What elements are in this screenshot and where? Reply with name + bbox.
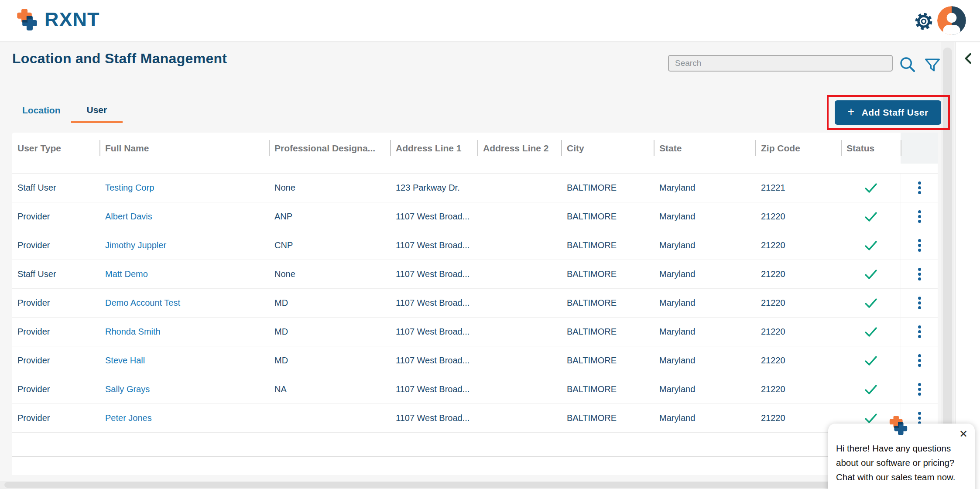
tab-location[interactable]: Location (12, 99, 71, 123)
cell-zip-code: 21220 (755, 318, 841, 346)
column-header-status[interactable]: Status (841, 133, 901, 164)
cell-address-line-1: 123 Parkway Dr. (390, 174, 477, 202)
tab-bar: Location User (12, 99, 123, 123)
table-row: Staff User Matt Demo None 1107 West Broa… (12, 260, 938, 288)
kebab-dot (918, 354, 921, 357)
cell-full-name-link[interactable]: Demo Account Test (99, 289, 269, 317)
cell-full-name-link[interactable]: Matt Demo (99, 260, 269, 288)
cell-full-name-link[interactable]: Rhonda Smith (99, 318, 269, 346)
cell-zip-code: 21220 (755, 260, 841, 288)
status-check-icon (864, 181, 878, 195)
cell-zip-code: 21220 (755, 346, 841, 375)
kebab-dot (918, 383, 921, 386)
status-check-icon (864, 411, 878, 425)
kebab-dot (918, 388, 921, 391)
cell-actions (901, 202, 938, 231)
table-row: Provider Steve Hall MD 1107 West Broad..… (12, 346, 938, 375)
plus-icon: + (847, 105, 854, 119)
cell-full-name-link[interactable]: Jimothy Juppler (99, 231, 269, 260)
column-header-zip-code[interactable]: Zip Code (755, 133, 841, 164)
cell-professional-designation: None (269, 174, 390, 202)
cell-actions (901, 289, 938, 317)
row-actions-menu-button[interactable] (915, 293, 925, 313)
kebab-dot (918, 268, 921, 271)
collapsed-side-panel (956, 42, 980, 489)
add-staff-user-button[interactable]: + Add Staff User (835, 100, 941, 125)
search-button[interactable] (899, 56, 916, 73)
cell-user-type: Provider (12, 231, 99, 260)
kebab-dot (918, 359, 921, 362)
cell-full-name-link[interactable]: Steve Hall (99, 346, 269, 375)
cell-full-name-link[interactable]: Sally Grays (99, 375, 269, 404)
kebab-dot (918, 325, 921, 328)
cell-address-line-2 (477, 260, 561, 288)
cell-user-type: Staff User (12, 260, 99, 288)
cell-professional-designation (269, 404, 390, 432)
cell-status (841, 375, 901, 404)
status-check-icon (864, 239, 878, 253)
settings-button[interactable] (914, 11, 934, 31)
chevron-left-icon (962, 52, 975, 65)
cell-status (841, 346, 901, 375)
column-header-city[interactable]: City (561, 133, 654, 164)
horizontal-scrollbar-thumb[interactable] (4, 482, 947, 488)
search-input[interactable] (668, 55, 893, 72)
cell-zip-code: 21220 (755, 375, 841, 404)
column-header-state[interactable]: State (654, 133, 755, 164)
status-check-icon (864, 354, 878, 368)
staff-user-table: User Type Full Name Professional Designa… (12, 133, 938, 457)
filter-button[interactable] (924, 57, 941, 73)
row-actions-menu-button[interactable] (915, 178, 925, 198)
kebab-dot (918, 364, 921, 367)
column-header-address-line-1[interactable]: Address Line 1 (390, 133, 477, 164)
column-header-address-line-2[interactable]: Address Line 2 (477, 133, 561, 164)
kebab-dot (918, 244, 921, 247)
row-actions-menu-button[interactable] (915, 264, 925, 284)
cell-state: Maryland (654, 346, 755, 375)
kebab-dot (918, 220, 921, 223)
collapse-panel-button[interactable] (962, 52, 976, 66)
tab-user[interactable]: User (71, 99, 123, 123)
row-actions-menu-button[interactable] (915, 380, 925, 399)
cell-address-line-2 (477, 289, 561, 317)
kebab-dot (918, 210, 921, 213)
row-actions-menu-button[interactable] (915, 322, 925, 342)
cell-full-name-link[interactable]: Testing Corp (99, 174, 269, 202)
table-row: Provider Demo Account Test MD 1107 West … (12, 288, 938, 317)
chat-close-button[interactable]: ✕ (957, 426, 970, 442)
table-row: Provider Rhonda Smith MD 1107 West Broad… (12, 317, 938, 346)
cell-city: BALTIMORE (561, 260, 654, 288)
cell-professional-designation: ANP (269, 202, 390, 231)
column-header-full-name[interactable]: Full Name (99, 133, 269, 164)
column-header-user-type[interactable]: User Type (12, 133, 99, 164)
cell-address-line-1: 1107 West Broad... (390, 346, 477, 375)
cell-professional-designation: MD (269, 289, 390, 317)
cell-actions (901, 346, 938, 375)
kebab-dot (918, 335, 921, 338)
cell-zip-code: 21220 (755, 289, 841, 317)
cell-address-line-2 (477, 231, 561, 260)
vertical-scrollbar-thumb[interactable] (943, 48, 952, 473)
cell-actions (901, 260, 938, 288)
status-check-icon (864, 325, 878, 339)
cell-actions (901, 375, 938, 404)
status-check-icon (864, 210, 878, 224)
cell-actions (901, 174, 938, 202)
column-header-professional-designation[interactable]: Professional Designa... (269, 133, 390, 164)
filter-icon (924, 57, 941, 73)
table-row: Provider Albert Davis ANP 1107 West Broa… (12, 202, 938, 231)
cell-full-name-link[interactable]: Peter Jones (99, 404, 269, 432)
cell-full-name-link[interactable]: Albert Davis (99, 202, 269, 231)
brand-logo[interactable]: RXNT (15, 8, 100, 31)
table-row: Staff User Testing Corp None 123 Parkway… (12, 173, 938, 202)
cell-city: BALTIMORE (561, 289, 654, 317)
cell-user-type: Provider (12, 375, 99, 404)
row-actions-menu-button[interactable] (915, 236, 925, 255)
cell-professional-designation: NA (269, 375, 390, 404)
cell-city: BALTIMORE (561, 375, 654, 404)
user-avatar[interactable] (937, 6, 966, 35)
header-spacer (12, 164, 938, 173)
row-actions-menu-button[interactable] (915, 207, 925, 226)
row-actions-menu-button[interactable] (915, 351, 925, 370)
cell-zip-code: 21220 (755, 404, 841, 432)
